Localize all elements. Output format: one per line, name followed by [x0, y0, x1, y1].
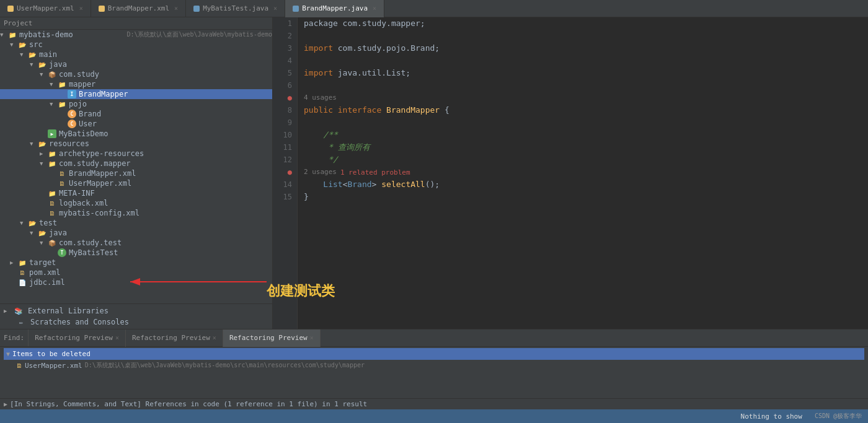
tree-label: jdbc.iml [29, 278, 272, 287]
expand-arrow: ▼ [40, 71, 47, 77]
tree-item-mybatisdemo[interactable]: ▶ ▶ MyBatisDemo [0, 129, 272, 139]
expand-arrow: ▼ [40, 160, 47, 167]
status-line-text: [In Strings, Comments, and Text] Referen… [10, 400, 367, 408]
package-icon: 📦 [47, 70, 57, 79]
tree-item-pojo-pkg[interactable]: ▼ 📁 pojo [0, 99, 272, 109]
expand-arrow: ▼ [40, 240, 47, 246]
tree-item-logback[interactable]: ▶ 🗎 logback.xml [0, 198, 272, 208]
code-token: import [304, 42, 338, 55]
code-line-4 [304, 55, 862, 67]
scratches-consoles-item[interactable]: ✏️ Scratches and Consoles [0, 316, 272, 328]
usage-hint: 2 usages [304, 166, 337, 178]
tree-label: MyBatisDemo [59, 129, 272, 138]
tree-item-mybatistest[interactable]: ▶ T MyBatisTest [0, 248, 272, 258]
tree-item-brand[interactable]: ▶ C Brand [0, 109, 272, 119]
items-to-delete-header[interactable]: ▼ Items to be deleted [4, 348, 864, 360]
tree-label: Brand [79, 110, 272, 118]
tree-item-pom[interactable]: ▶ 🗎 pom.xml [0, 268, 272, 277]
tree-item-resources[interactable]: ▼ 📂 resources [0, 139, 272, 149]
folder-icon: 📁 [17, 258, 27, 267]
tree-item-mybatis-config[interactable]: ▶ 🗎 mybatis-config.xml [0, 208, 272, 218]
line-numbers: 1 2 3 4 5 6 ● 8 9 10 11 12 ● 14 15 [273, 17, 298, 329]
tree-item-com-study[interactable]: ▼ 📦 com.study [0, 69, 272, 79]
bottom-tab-refactoring-3[interactable]: Refactoring Preview × [223, 329, 321, 347]
package-icon: 📁 [57, 80, 67, 89]
line-num-1: 1 [273, 17, 292, 30]
tab-close[interactable]: × [373, 5, 376, 12]
editor-content[interactable]: 1 2 3 4 5 6 ● 8 9 10 11 12 ● 14 15 pac [273, 17, 868, 329]
bottom-tab-refactoring-1[interactable]: Refactoring Preview × [29, 329, 126, 347]
usage-hint: 4 usages [304, 92, 337, 104]
tree-item-jdbc-iml[interactable]: ▶ 📄 jdbc.iml [0, 277, 272, 287]
tree-container[interactable]: ▼ 📁 mybatis-demo D:\系统默认\桌面\web\JavaWeb\… [0, 30, 272, 303]
external-lib-icon: 📚 [14, 307, 24, 315]
package-icon: 📁 [57, 100, 67, 108]
tree-label: mybatis-config.xml [59, 209, 272, 217]
expand-arrow: ▼ [30, 141, 37, 147]
tree-item-java-test[interactable]: ▼ 📂 java [0, 228, 272, 238]
tree-label: META-INF [59, 189, 272, 198]
code-line-11: * 查询所有 [304, 141, 862, 154]
tree-item-usermapper-xml[interactable]: ▶ 🗎 UserMapper.xml [0, 178, 272, 188]
xml-file-icon: 🗎 [47, 199, 57, 207]
tab-close[interactable]: × [79, 5, 83, 12]
expand-arrow: ▼ [20, 51, 27, 58]
tab-brandmapper-java[interactable]: BrandMapper.java × [285, 0, 384, 17]
tree-item-mapper-pkg[interactable]: ▼ 📁 mapper [0, 79, 272, 89]
tree-label: java [49, 229, 272, 237]
tab-close[interactable]: × [213, 334, 216, 341]
expand-arrow: ▼ [0, 32, 7, 38]
tree-item-user[interactable]: ▶ C User [0, 119, 272, 129]
tree-label: mybatis-demo [19, 30, 122, 39]
tree-item-target[interactable]: ▶ 📁 target [0, 258, 272, 268]
tab-mybatistest-java[interactable]: MyBatisTest.java × [186, 0, 285, 17]
expand-arrow: ▶ [40, 150, 47, 157]
tree-item-meta-inf[interactable]: ▶ 📁 META-INF [0, 188, 272, 198]
refactor-section: ▼ Items to be deleted 🗎 UserMapper.xml D… [0, 347, 868, 372]
tab-close[interactable]: × [273, 5, 277, 12]
code-line-3: import com.study.pojo.Brand; [304, 42, 862, 55]
tab-usermapper-xml[interactable]: UserMapper.xml × [0, 0, 91, 17]
tree-label: UserMapper.xml [69, 179, 272, 188]
test-class-icon: T [57, 248, 67, 257]
tab-close[interactable]: × [174, 5, 178, 12]
pom-icon: 🗎 [17, 268, 27, 277]
tree-item-brandmapper[interactable]: ▶ I BrandMapper [0, 89, 272, 99]
expand-arrow: ▶ [10, 259, 17, 266]
line-num-11: 11 [273, 141, 292, 154]
bottom-tabs: Find: Refactoring Preview × Refactoring … [0, 329, 868, 347]
tree-label: test [39, 219, 272, 227]
code-content[interactable]: package com.study.mapper; import com.stu… [298, 17, 868, 329]
refactor-path: D:\系统默认\桌面\web\JavaWeb\mybatis-demo\src\… [85, 361, 365, 370]
tab-brandmapper-xml[interactable]: BrandMapper.xml × [91, 0, 186, 17]
bottom-content: ▼ Items to be deleted 🗎 UserMapper.xml D… [0, 347, 868, 398]
expand-arrow: ▼ [10, 41, 17, 48]
folder-icon: 📁 [47, 189, 57, 198]
status-right-text: Nothing to show [741, 412, 802, 421]
package-icon: 📦 [47, 238, 57, 247]
tree-item-src[interactable]: ▼ 📂 src [0, 40, 272, 50]
tab-close[interactable]: × [115, 334, 119, 341]
tab-label: Refactoring Preview [35, 334, 113, 342]
java-src-icon: 📂 [37, 60, 47, 69]
external-libraries-label: External Libraries [28, 307, 108, 315]
tree-item-com-study-test[interactable]: ▼ 📦 com.study.test [0, 238, 272, 248]
refactor-item-usermapper[interactable]: 🗎 UserMapper.xml D:\系统默认\桌面\web\JavaWeb\… [4, 360, 864, 371]
tree-item-main[interactable]: ▼ 📂 main [0, 50, 272, 59]
tree-item-test[interactable]: ▼ 📂 test [0, 218, 272, 228]
tree-item-com-study-mapper[interactable]: ▼ 📁 com.study.mapper [0, 159, 272, 168]
code-token: package com.study.mapper; [304, 17, 425, 30]
tab-bar: UserMapper.xml × BrandMapper.xml × MyBat… [0, 0, 868, 17]
code-line-8: public interface BrandMapper { [304, 104, 862, 116]
code-token: com.study.pojo.Brand; [338, 42, 440, 55]
tree-item-archetype[interactable]: ▶ 📁 archetype-resources [0, 149, 272, 159]
tab-close[interactable]: × [310, 334, 314, 341]
bottom-tab-refactoring-2[interactable]: Refactoring Preview × [126, 329, 223, 347]
line-num-7: ● [273, 92, 292, 104]
tree-item-brandmapper-xml[interactable]: ▶ 🗎 BrandMapper.xml [0, 168, 272, 178]
external-libraries-item[interactable]: ▶ 📚 External Libraries [0, 305, 272, 316]
code-line-6 [304, 79, 862, 92]
code-token: List [323, 178, 342, 191]
tree-item-mybatis-demo[interactable]: ▼ 📁 mybatis-demo D:\系统默认\桌面\web\JavaWeb\… [0, 30, 272, 40]
tree-item-java[interactable]: ▼ 📂 java [0, 59, 272, 69]
